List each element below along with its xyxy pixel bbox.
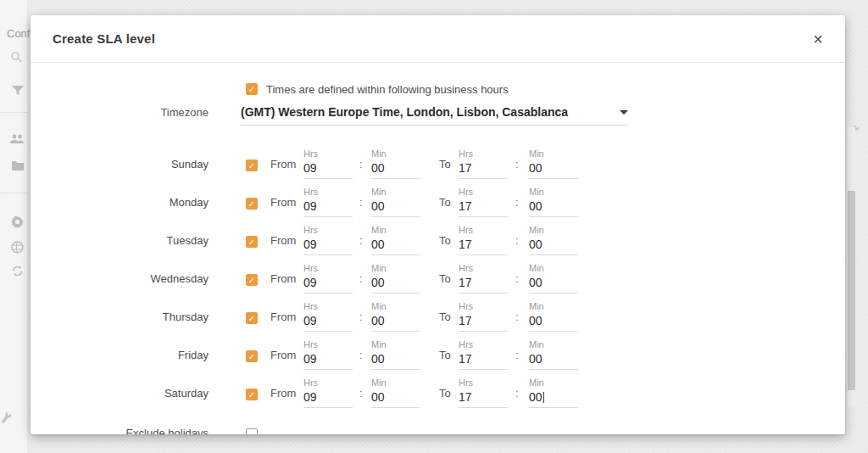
day-rows: Sunday From Hrs 09 : Min 00 To Hrs 17 : … [31,141,845,408]
to-min-value[interactable]: 00 [529,199,578,217]
to-hrs-value[interactable]: 17 [459,314,508,332]
day-checkbox[interactable] [246,274,258,286]
to-label: To [439,310,453,332]
to-hrs-value[interactable]: 17 [459,390,508,408]
to-hrs-value[interactable]: 17 [459,238,508,255]
time-colon: : [359,196,363,217]
from-hrs-value[interactable]: 09 [303,199,353,217]
exclude-holidays-row: Exclude holidays [31,427,845,434]
from-label: From [270,349,299,370]
hrs-label: Hrs [303,378,353,388]
to-min-value[interactable]: 00 [529,390,578,408]
day-row: Monday From Hrs 09 : Min 00 To Hrs 17 : … [31,179,845,217]
background-page-title: Confi [7,27,32,40]
to-hrs-value[interactable]: 17 [459,352,508,370]
min-label: Min [529,263,578,273]
to-min-value[interactable]: 00 [529,161,578,179]
min-label: Min [371,187,420,197]
close-icon[interactable]: × [813,31,823,48]
day-checkbox[interactable] [246,312,258,324]
to-hours-field: Hrs 17 [459,263,508,294]
from-minutes-field: Min 00 [371,187,420,217]
exclude-holidays-checkbox[interactable] [246,428,258,434]
to-label: To [439,234,453,255]
to-min-value[interactable]: 00 [529,352,578,370]
time-colon: : [515,272,519,294]
hrs-label: Hrs [303,187,353,197]
to-hours-field: Hrs 17 [459,225,508,255]
to-hrs-value[interactable]: 17 [459,276,508,294]
from-hrs-value[interactable]: 09 [303,276,353,294]
day-row: Tuesday From Hrs 09 : Min 00 To Hrs 17 :… [31,217,845,255]
from-hrs-value[interactable]: 09 [303,238,353,255]
time-colon: : [359,158,363,179]
hrs-label: Hrs [459,225,508,235]
time-colon: : [359,349,363,370]
min-label: Min [529,301,578,311]
to-label: To [439,387,453,408]
timezone-value: (GMT) Western Europe Time, London, Lisbo… [241,105,568,119]
min-label: Min [529,148,578,159]
min-label: Min [529,225,578,235]
from-min-value[interactable]: 00 [371,314,420,332]
from-min-value[interactable]: 00 [371,238,420,255]
from-label: From [270,196,299,217]
day-checkbox[interactable] [246,159,258,171]
from-label: From [270,387,299,408]
from-min-value[interactable]: 00 [371,161,420,179]
from-label: From [270,158,299,179]
to-hours-field: Hrs 17 [459,301,508,332]
sidebar-divider [0,193,28,193]
exclude-holidays-label: Exclude holidays [31,427,209,434]
from-min-value[interactable]: 00 [371,276,420,294]
min-label: Min [529,187,578,197]
hrs-label: Hrs [459,263,508,273]
time-colon: : [359,234,363,255]
timezone-label: Timezone [31,106,209,126]
from-hrs-value[interactable]: 09 [303,161,353,179]
day-row: Wednesday From Hrs 09 : Min 00 To Hrs 17… [31,255,845,294]
day-checkbox[interactable] [246,236,258,248]
to-min-value[interactable]: 00 [529,276,578,294]
time-colon: : [515,234,519,255]
from-min-value[interactable]: 00 [371,352,420,370]
business-hours-checkbox[interactable] [246,83,258,95]
globe-icon [11,241,24,254]
time-colon: : [515,387,519,408]
from-hrs-value[interactable]: 09 [303,352,353,370]
day-label: Sunday [31,158,209,179]
day-row: Friday From Hrs 09 : Min 00 To Hrs 17 : … [31,332,845,370]
to-hours-field: Hrs 17 [459,339,508,370]
day-row: Sunday From Hrs 09 : Min 00 To Hrs 17 : … [31,141,845,179]
to-hrs-value[interactable]: 17 [459,199,508,217]
to-hrs-value[interactable]: 17 [459,161,508,179]
to-hours-field: Hrs 17 [459,148,508,179]
min-label: Min [371,263,420,273]
from-hrs-value[interactable]: 09 [303,390,353,408]
from-min-value[interactable]: 00 [371,199,420,217]
to-min-value[interactable]: 00 [529,238,578,255]
from-label: From [270,272,299,294]
from-label: From [270,234,299,255]
min-label: Min [371,225,420,235]
from-min-value[interactable]: 00 [371,390,420,408]
timezone-select[interactable]: (GMT) Western Europe Time, London, Lisbo… [241,105,628,126]
day-label: Saturday [31,387,209,408]
day-label: Wednesday [31,272,209,294]
to-minutes-field: Min 00 [529,339,578,370]
day-checkbox[interactable] [246,389,258,400]
day-checkbox[interactable] [246,198,258,210]
hrs-label: Hrs [303,225,353,235]
from-minutes-field: Min 00 [371,301,420,332]
search-icon [10,51,22,63]
day-label: Monday [31,196,209,217]
from-hrs-value[interactable]: 09 [303,314,353,332]
day-checkbox[interactable] [246,350,258,362]
day-row: Thursday From Hrs 09 : Min 00 To Hrs 17 … [31,294,845,332]
to-minutes-field: Min 00 [529,301,578,332]
to-min-value[interactable]: 00 [529,314,578,332]
hrs-label: Hrs [303,263,353,273]
day-label: Thursday [31,310,209,332]
background-scrollbar-thumb [848,191,855,390]
from-hours-field: Hrs 09 [303,225,353,255]
